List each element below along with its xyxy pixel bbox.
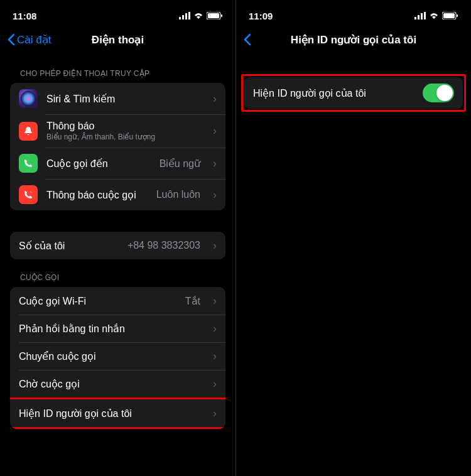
chevron-right-icon: › [213, 322, 217, 335]
svg-rect-3 [188, 12, 190, 19]
chevron-right-icon: › [213, 407, 217, 420]
nav-header: Cài đặt Điện thoại [0, 28, 236, 55]
status-icons [179, 12, 223, 19]
row-my-number[interactable]: Số của tôi +84 98 3832303 › [10, 232, 225, 259]
row-call-waiting[interactable]: Chờ cuộc gọi › [10, 370, 225, 398]
phone-screen-left: 11:08 Cài đặt Điện thoại CHO PHÉP ĐIỆN T… [0, 0, 236, 476]
row-siri[interactable]: Siri & Tìm kiếm › [10, 83, 225, 114]
phone-screen-right: 11:09 Hiện ID người gọi của tôi Hiện ID … [236, 0, 471, 476]
row-show-caller-id[interactable]: Hiện ID người gọi của tôi › [10, 399, 225, 427]
row-detail: Luôn luôn [156, 189, 200, 200]
svg-rect-11 [424, 12, 426, 19]
chevron-right-icon: › [213, 188, 217, 202]
clock: 11:09 [249, 11, 273, 21]
svg-point-7 [21, 91, 36, 106]
svg-rect-8 [414, 17, 416, 19]
chevron-right-icon: › [213, 157, 217, 170]
clock: 11:08 [13, 11, 36, 21]
row-respond-text[interactable]: Phản hồi bằng tin nhắn › [10, 315, 225, 342]
status-bar: 11:09 [236, 0, 471, 28]
row-detail: +84 98 3832303 [127, 240, 200, 251]
row-label: Hiện ID người gọi của tôi [253, 87, 414, 99]
section-header-access: CHO PHÉP ĐIỆN THOẠI TRUY CẬP [10, 55, 225, 83]
svg-rect-13 [443, 13, 455, 18]
row-notifications[interactable]: Thông báo Biểu ngữ, Âm thanh, Biểu tượng… [10, 114, 225, 148]
chevron-left-icon [8, 33, 15, 46]
chevron-right-icon: › [213, 377, 217, 391]
section-header-calls: CUỘC GỌI [10, 259, 225, 287]
svg-rect-5 [208, 13, 219, 18]
battery-icon [442, 12, 458, 19]
back-button[interactable]: Cài đặt [8, 33, 51, 46]
list-group-mynumber: Số của tôi +84 98 3832303 › [10, 232, 225, 259]
siri-icon [19, 89, 38, 108]
wifi-icon [429, 12, 439, 19]
svg-rect-14 [457, 14, 458, 17]
page-title: Hiện ID người gọi của tôi [236, 33, 471, 46]
row-detail: Biểu ngữ [160, 158, 200, 170]
row-label: Cuộc gọi đến [46, 158, 151, 170]
row-subtitle: Biểu ngữ, Âm thanh, Biểu tượng [46, 133, 200, 141]
row-label: Số của tôi [19, 240, 119, 252]
chevron-right-icon: › [213, 350, 217, 363]
signal-icon [179, 12, 190, 19]
highlight-caller-id: Hiện ID người gọi của tôi › [10, 398, 225, 429]
svg-rect-9 [418, 15, 420, 19]
toggle-switch[interactable] [423, 84, 454, 102]
list-group-calls: Cuộc gọi Wi-Fi Tắt › Phản hồi bằng tin n… [10, 287, 225, 429]
battery-icon [207, 12, 223, 19]
row-call-forwarding[interactable]: Chuyển cuộc gọi › [10, 342, 225, 370]
row-label: Phản hồi bằng tin nhắn [19, 323, 200, 335]
chevron-right-icon: › [213, 92, 217, 105]
row-label: Cuộc gọi Wi-Fi [19, 295, 176, 307]
status-bar: 11:08 [0, 0, 236, 28]
row-label: Thông báo [46, 121, 200, 132]
svg-rect-0 [179, 17, 181, 19]
row-show-caller-id-toggle: Hiện ID người gọi của tôi [244, 77, 463, 109]
nav-header: Hiện ID người gọi của tôi [236, 28, 471, 55]
bell-icon [19, 122, 38, 141]
svg-rect-6 [221, 14, 222, 17]
chevron-right-icon: › [213, 295, 217, 308]
list-group-access: Siri & Tìm kiếm › Thông báo Biểu ngữ, Âm… [10, 83, 225, 210]
row-detail: Tắt [185, 295, 200, 307]
row-incoming-calls[interactable]: Cuộc gọi đến Biểu ngữ › [10, 148, 225, 179]
svg-rect-2 [185, 13, 187, 19]
row-label: Thông báo cuộc gọi [46, 189, 148, 201]
chevron-right-icon: › [213, 239, 217, 252]
svg-rect-10 [421, 13, 423, 19]
row-label: Siri & Tìm kiếm [46, 93, 200, 105]
signal-icon [414, 12, 426, 19]
phone-incoming-icon [19, 154, 38, 173]
status-icons [414, 12, 458, 19]
row-label: Chuyển cuộc gọi [19, 350, 200, 362]
chevron-right-icon: › [213, 124, 217, 138]
chevron-left-icon [244, 33, 251, 46]
back-label: Cài đặt [17, 33, 51, 46]
wifi-icon [193, 12, 203, 19]
back-button[interactable] [244, 33, 251, 46]
row-label: Hiện ID người gọi của tôi [19, 408, 200, 419]
svg-rect-1 [182, 15, 184, 19]
row-label: Chờ cuộc gọi [19, 378, 200, 390]
highlight-toggle-row: Hiện ID người gọi của tôi [241, 74, 466, 112]
row-announce-calls[interactable]: Thông báo cuộc gọi Luôn luôn › [10, 179, 225, 210]
announce-icon [19, 185, 38, 204]
toggle-knob [436, 85, 453, 101]
list-group-toggle: Hiện ID người gọi của tôi [244, 77, 463, 109]
row-wifi-calling[interactable]: Cuộc gọi Wi-Fi Tắt › [10, 287, 225, 315]
